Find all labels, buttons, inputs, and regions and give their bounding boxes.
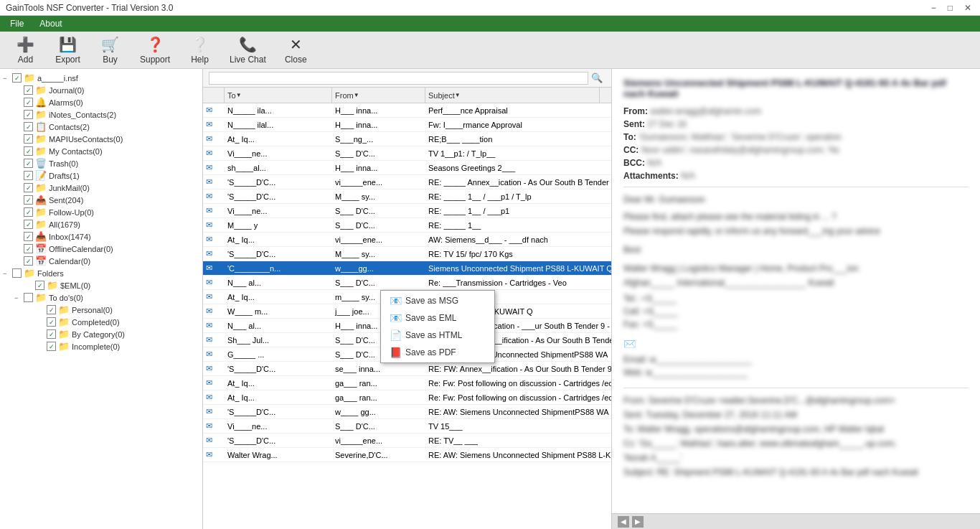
expander-folders[interactable]: − [3,270,10,277]
checkbox-todos[interactable] [24,293,33,302]
minimize-button[interactable]: − [928,3,939,13]
tree-label-drafts: Drafts(1) [49,172,80,180]
export-button[interactable]: 💾 Export [48,33,88,67]
tree-item-all[interactable]: 📁 All(1679) [0,218,202,230]
tree-label-offlinecal: OfflineCalendar(0) [49,245,113,253]
support-button[interactable]: ❓ Support [133,33,177,67]
email-row[interactable]: ✉ N_____ ilal... H___ inna... Fw: I____r… [203,118,611,132]
email-row[interactable]: ✉ At_ Iq... ga___ ran... Re: Fw: Post fo… [203,376,611,390]
email-row[interactable]: ✉ Vi____ne... S___ D'C... TV 15___ [203,419,611,434]
tree-item-folders-root[interactable]: − 📁 Folders [0,267,202,279]
checkbox-calendar[interactable] [24,256,33,266]
expander-nsf[interactable]: − [3,75,10,82]
email-row[interactable]: ✉ N_____ ila... H___ inna... Perf____nce… [203,103,611,118]
tree-item-junkmail[interactable]: 📁 JunkMail(0) [0,182,202,194]
email-cell-subject: RE: _____ 1__ [425,218,611,232]
tree-item-followup[interactable]: 📁 Follow-Up(0) [0,206,202,218]
checkbox-completed[interactable] [47,317,56,327]
email-row[interactable]: ✉ 'S_____D'C... se___ inna... RE: FW: An… [203,362,611,376]
menu-about[interactable]: About [32,17,69,30]
email-row[interactable]: ✉ 'S_____D'C... vi_____ene... RE: _____ … [203,175,611,189]
search-input[interactable] [209,72,588,85]
next-button[interactable]: ▶ [632,516,644,528]
livechat-button[interactable]: 📞 Live Chat [222,33,273,67]
email-row[interactable]: ✉ 'S_____D'C... w____ gg... RE: AW: Siem… [203,405,611,419]
email-row[interactable]: ✉ sh____al... H___ inna... Seasons Greet… [203,161,611,175]
checkbox-inotes[interactable] [24,110,33,119]
tree-item-mapiuse[interactable]: 📁 MAPIUseContacts(0) [0,133,202,145]
checkbox-drafts[interactable] [24,171,33,180]
tree-item-eml[interactable]: 📁 $EML(0) [0,279,202,291]
context-menu-save-html[interactable]: 📄 Save as HTML [381,327,494,344]
tree-item-inbox[interactable]: 📥 Inbox(1474) [0,230,202,243]
checkbox-bycategory[interactable] [47,329,56,339]
checkbox-all[interactable] [24,220,33,229]
expander-todos[interactable]: − [14,294,22,301]
checkbox-offlinecal[interactable] [24,244,33,253]
checkbox-sent[interactable] [24,195,33,205]
col-header-subject[interactable]: Subject [425,88,600,103]
search-button[interactable]: 🔍 [588,72,606,83]
checkbox-incomplete[interactable] [47,342,56,351]
email-row[interactable]: ✉ At_ Iq... S___ng_... RE;B___ ____tion [203,132,611,146]
save-eml-label: Save as EML [405,313,456,323]
email-row[interactable]: ✉ 'S_____D'C... vi_____ene... RE: TV__ _… [203,434,611,448]
checkbox-folders[interactable] [12,268,22,278]
checkbox-mycontacts[interactable] [24,146,33,156]
checkbox-followup[interactable] [24,207,33,217]
prev-button[interactable]: ◀ [618,516,629,528]
email-row[interactable]: ✉ 'S_____D'C... M____ sy... RE: TV 15/ f… [203,247,611,261]
add-button[interactable]: ➕ Add [6,33,45,67]
tree-item-incomplete[interactable]: 📁 Incomplete(0) [0,340,202,352]
tree-item-trash[interactable]: 🗑️ Trash(0) [0,157,202,169]
tree-item-journal[interactable]: 📁 Journal(0) [0,84,202,96]
tree-item-bycategory[interactable]: 📁 By Category(0) [0,328,202,340]
email-row[interactable]: ✉ N___ al... S___ D'C... Re: ___Transmis… [203,276,611,290]
checkbox-inbox[interactable] [24,232,33,241]
checkbox-journal[interactable] [24,85,33,95]
maximize-button[interactable]: □ [945,3,956,13]
context-menu-save-eml[interactable]: 📧 Save as EML [381,309,494,327]
tree-item-drafts[interactable]: 📝 Drafts(1) [0,169,202,182]
checkbox-nsf[interactable] [12,73,22,83]
tree-item-inotes[interactable]: 📁 iNotes_Contacts(2) [0,108,202,121]
checkbox-mapiuse[interactable] [24,134,33,144]
context-menu-save-pdf[interactable]: 📕 Save as PDF [381,344,494,361]
tree-item-completed[interactable]: 📁 Completed(0) [0,316,202,328]
email-icon-13: ✉ [206,292,212,301]
checkbox-eml[interactable] [35,281,44,290]
email-cell-from: se___ inna... [332,362,425,375]
window-close-button[interactable]: ✕ [961,3,974,13]
preview-sent-value: 27 Dec 16 [647,119,687,129]
email-row[interactable]: ✉ 'S_____D'C... M____ sy... RE: _____ 1_… [203,189,611,204]
col-header-from[interactable]: From [332,88,425,103]
email-row[interactable]: ✉ Walter Wrag... Severine,D'C... RE: AW:… [203,448,611,462]
checkbox-alarms[interactable] [24,98,33,107]
tree-item-personal[interactable]: 📁 Personal(0) [0,304,202,316]
email-row[interactable]: ✉ Vi____ne... S___ D'C... TV 1__p1: / T_… [203,146,611,161]
email-row[interactable]: ✉ 'C________n... w____gg... Siemens Unco… [203,261,611,276]
tree-item-calendar[interactable]: 📅 Calendar(0) [0,255,202,267]
tree-item-offlinecal[interactable]: 📅 OfflineCalendar(0) [0,243,202,255]
menu-file[interactable]: File [3,17,31,30]
tree-label-calendar: Calendar(0) [49,257,90,266]
checkbox-junkmail[interactable] [24,183,33,192]
col-header-to[interactable]: To [225,88,332,103]
tree-item-contacts[interactable]: 📋 Contacts(2) [0,121,202,133]
tree-item-mycontacts[interactable]: 📁 My Contacts(0) [0,145,202,157]
tree-item-nsf-root[interactable]: − 📁 a_____i.nsf [0,72,202,84]
tree-item-todos-root[interactable]: − 📁 To do's(0) [0,291,202,304]
close-button[interactable]: ✕ Close [276,33,316,67]
email-row[interactable]: ✉ M____ y S___ D'C... RE: _____ 1__ [203,218,611,233]
context-menu-save-msg[interactable]: 📧 Save as MSG [381,292,494,309]
tree-item-alarms[interactable]: 🔔 Alarms(0) [0,96,202,108]
buy-button[interactable]: 🛒 Buy [90,33,130,67]
email-row[interactable]: ✉ Vi____ne... S___ D'C... RE: _____ 1__ … [203,204,611,218]
email-row[interactable]: ✉ At_ Iq... ga___ ran... Re: Fw: Post fo… [203,390,611,405]
checkbox-contacts[interactable] [24,122,33,131]
email-row[interactable]: ✉ At_ Iq... vi_____ene... AW: Siemens__d… [203,233,611,247]
tree-item-sent[interactable]: 📤 Sent(204) [0,194,202,206]
checkbox-personal[interactable] [47,305,56,314]
help-button[interactable]: ❔ Help [180,33,220,67]
checkbox-trash[interactable] [24,159,33,168]
